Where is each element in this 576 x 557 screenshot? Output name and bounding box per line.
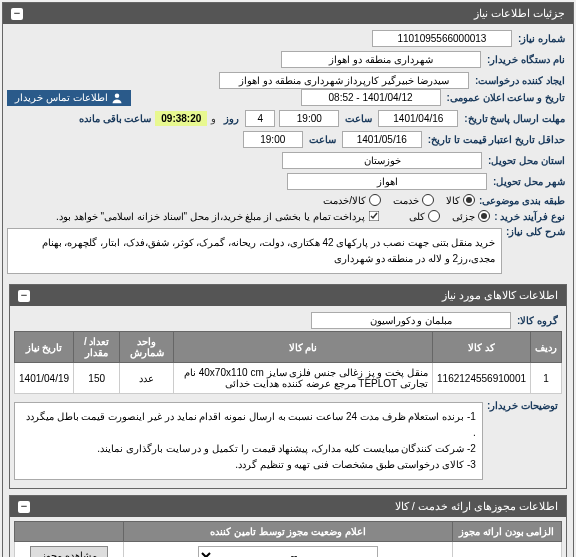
collapse-icon[interactable]: − (11, 8, 23, 20)
th-qty: تعداد / مقدار (74, 332, 120, 363)
radio-dot-both (369, 194, 381, 206)
permit-panel-title: اطلاعات مجوزهای ارائه خدمت / کالا (395, 500, 558, 513)
checkbox-icon (369, 211, 379, 221)
radio-dot-goods (463, 194, 475, 206)
items-panel-header: اطلاعات کالاهای مورد نیاز − (10, 285, 566, 306)
radio-goods[interactable]: کالا (446, 194, 475, 206)
radio-goods-label: کالا (446, 195, 460, 206)
th-row: ردیف (531, 332, 562, 363)
payment-note-wrap: پرداخت تمام یا بخشی از مبلغ خرید،از محل … (56, 211, 379, 222)
items-panel-body: گروه کالا: مبلمان و دکوراسیون ردیف کد کا… (10, 306, 566, 488)
td-row: 1 (531, 363, 562, 394)
permit-action-cell: مشاهده مجوز (15, 542, 124, 558)
main-panel-body: شماره نیاز: 1101095566000013 نام دستگاه … (3, 24, 573, 557)
province-field: خوزستان (282, 152, 482, 169)
announce-date-field: 1401/04/12 - 08:52 (301, 89, 441, 106)
main-panel: جزئیات اطلاعات نیاز − شماره نیاز: 110109… (2, 2, 574, 557)
td-qty: 150 (74, 363, 120, 394)
permit-panel-header: اطلاعات مجوزهای ارائه خدمت / کالا − (10, 496, 566, 517)
items-panel: اطلاعات کالاهای مورد نیاز − گروه کالا: م… (9, 284, 567, 489)
min-valid-date-field: 1401/05/16 (342, 131, 422, 148)
items-collapse-icon[interactable]: − (18, 290, 30, 302)
th-date: تاریخ نیاز (15, 332, 74, 363)
radio-total[interactable]: کلی (409, 210, 440, 222)
min-valid-label: حداقل تاریخ اعتبار قیمت تا تاریخ: (424, 134, 569, 145)
main-panel-title: جزئیات اطلاعات نیاز (474, 7, 565, 20)
td-unit: عدد (120, 363, 174, 394)
payment-note-text: پرداخت تمام یا بخشی از مبلغ خرید،از محل … (56, 211, 365, 222)
permit-row: -- مشاهده مجوز (15, 542, 562, 558)
td-date: 1401/04/19 (15, 363, 74, 394)
td-code: 1162124556910001 (433, 363, 531, 394)
requester-label: ایجاد کننده درخواست: (471, 75, 569, 86)
day-label: روز (220, 113, 243, 124)
permit-status-cell: -- (124, 542, 452, 558)
radio-dot-partial (478, 210, 490, 222)
deadline-days-field: 4 (245, 110, 275, 127)
need-title-text: خرید منقل بتنی جهت نصب در پارکهای 42 هکت… (7, 228, 502, 274)
permit-collapse-icon[interactable]: − (18, 501, 30, 513)
contact-buyer-label: اطلاعات تماس خریدار (15, 92, 108, 103)
radio-both-label: کالا/خدمت (323, 195, 366, 206)
requester-field: سیدرضا خبیرگیر کارپرداز شهرداری منطقه دو… (219, 72, 469, 89)
buyer-notes-text: 1- برنده استعلام ظرف مدت 24 ساعت نسبت به… (14, 402, 483, 480)
permit-table: الزامی بودن ارائه مجوز اعلام وضعیت مجوز … (14, 521, 562, 557)
radio-service-label: خدمت (393, 195, 419, 206)
min-valid-time-field: 19:00 (243, 131, 303, 148)
radio-partial[interactable]: جزئی (452, 210, 490, 222)
buyer-notes-label: توضیحات خریدار: (483, 400, 562, 411)
radio-total-label: کلی (409, 211, 425, 222)
user-icon (111, 92, 123, 104)
deadline-label: مهلت ارسال پاسخ تاریخ: (460, 113, 569, 124)
radio-dot-total (428, 210, 440, 222)
table-row: 1 1162124556910001 منقل پخت و پز زغالی ج… (15, 363, 562, 394)
items-table: ردیف کد کالا نام کالا واحد شمارش تعداد /… (14, 331, 562, 394)
announce-date-label: تاریخ و ساعت اعلان عمومی: (443, 92, 569, 103)
th-code: کد کالا (433, 332, 531, 363)
category-label: طبقه بندی موضوعی: (475, 195, 569, 206)
th-permit-status: اعلام وضعیت مجوز توسط تامین کننده (124, 522, 452, 542)
buy-process-label: نوع فرآیند خرید : (490, 211, 569, 222)
city-label: شهر محل تحویل: (489, 176, 569, 187)
category-radio-group: کالا خدمت کالا/خدمت (323, 194, 475, 206)
td-name: منقل پخت و پز زغالی جنس فلزی سایز 40x70x… (174, 363, 433, 394)
buyer-org-field: شهرداری منطقه دو اهواز (281, 51, 481, 68)
buy-process-radio-group: جزئی کلی (409, 210, 490, 222)
th-unit: واحد شمارش (120, 332, 174, 363)
svg-point-0 (114, 93, 119, 98)
province-label: استان محل تحویل: (484, 155, 569, 166)
view-permit-label: مشاهده مجوز (41, 550, 97, 557)
permit-panel-body: الزامی بودن ارائه مجوز اعلام وضعیت مجوز … (10, 517, 566, 557)
th-permit-required: الزامی بودن ارائه مجوز (452, 522, 561, 542)
need-title-label: شرح کلی نیاز: (502, 226, 569, 237)
items-panel-title: اطلاعات کالاهای مورد نیاز (442, 289, 558, 302)
main-panel-header: جزئیات اطلاعات نیاز − (3, 3, 573, 24)
countdown-field: 09:38:20 (155, 111, 207, 126)
remaining-label: ساعت باقی مانده (75, 113, 156, 124)
deadline-date-field: 1401/04/16 (378, 110, 458, 127)
view-permit-button[interactable]: مشاهده مجوز (30, 546, 108, 557)
city-field: اهواز (287, 173, 487, 190)
permit-panel: اطلاعات مجوزهای ارائه خدمت / کالا − الزا… (9, 495, 567, 557)
need-no-label: شماره نیاز: (514, 33, 569, 44)
group-field: مبلمان و دکوراسیون (311, 312, 511, 329)
radio-both[interactable]: کالا/خدمت (323, 194, 381, 206)
radio-service[interactable]: خدمت (393, 194, 434, 206)
table-header-row: ردیف کد کالا نام کالا واحد شمارش تعداد /… (15, 332, 562, 363)
radio-dot-service (422, 194, 434, 206)
group-label: گروه کالا: (513, 315, 562, 326)
deadline-time-field: 19:00 (279, 110, 339, 127)
hour-label-1: ساعت (341, 113, 376, 124)
buyer-org-label: نام دستگاه خریدار: (483, 54, 569, 65)
permit-status-select[interactable]: -- (198, 546, 378, 557)
permit-header-row: الزامی بودن ارائه مجوز اعلام وضعیت مجوز … (15, 522, 562, 542)
th-name: نام کالا (174, 332, 433, 363)
hour-label-2: ساعت (305, 134, 340, 145)
radio-partial-label: جزئی (452, 211, 475, 222)
and-label: و (207, 113, 220, 124)
need-no-field: 1101095566000013 (372, 30, 512, 47)
permit-required-cell (452, 542, 561, 558)
contact-buyer-button[interactable]: اطلاعات تماس خریدار (7, 90, 131, 106)
